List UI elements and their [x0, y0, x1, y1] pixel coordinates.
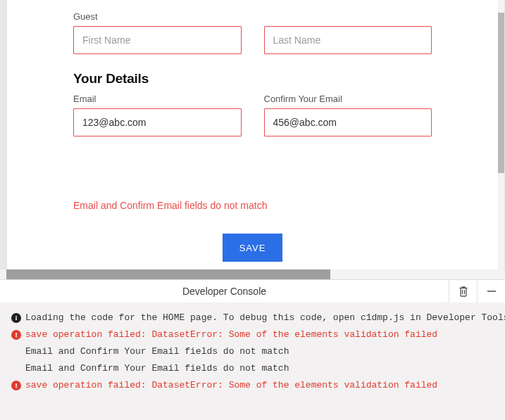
- log-text: Email and Confirm Your Email fields do n…: [25, 343, 289, 360]
- log-row-error: save operation failed: DatasetError: Som…: [11, 377, 494, 394]
- details-heading: Your Details: [73, 71, 432, 87]
- log-row-error: save operation failed: DatasetError: Som…: [11, 326, 494, 343]
- guest-last-field: [264, 11, 432, 54]
- log-text: Email and Confirm Your Email fields do n…: [25, 360, 289, 377]
- developer-console-panel: Developer Console: [0, 279, 505, 420]
- svg-rect-1: [15, 318, 17, 321]
- confirm-email-field-wrap: Confirm Your Email: [264, 94, 432, 136]
- save-wrap: SAVE: [73, 234, 432, 262]
- confirm-email-input[interactable]: [264, 108, 432, 136]
- error-icon: [11, 330, 21, 340]
- dev-console-body: Loading the code for the HOME page. To d…: [0, 303, 505, 420]
- vertical-scroll-thumb[interactable]: [498, 13, 504, 173]
- last-name-input[interactable]: [264, 26, 432, 54]
- save-button[interactable]: SAVE: [223, 234, 282, 262]
- svg-point-0: [15, 316, 17, 317]
- email-row: Email Confirm Your Email: [73, 94, 432, 136]
- error-icon: [11, 381, 21, 390]
- email-label: Email: [73, 94, 242, 104]
- form-scroll-area: Guest Your Details Email Confirm Your Em…: [6, 0, 499, 269]
- guest-label-spacer: [264, 11, 432, 22]
- minimize-icon: [487, 286, 497, 296]
- log-text: save operation failed: DatasetError: Som…: [25, 326, 437, 343]
- log-row-plain: Email and Confirm Your Email fields do n…: [11, 343, 494, 360]
- clear-console-button[interactable]: [449, 280, 477, 303]
- svg-rect-2: [15, 333, 17, 336]
- log-text: save operation failed: DatasetError: Som…: [25, 377, 437, 394]
- info-icon: [11, 313, 21, 323]
- confirm-email-label: Confirm Your Email: [264, 94, 432, 104]
- horizontal-scrollbar[interactable]: [0, 269, 505, 279]
- guest-label: Guest: [73, 11, 242, 22]
- dev-console-header: Developer Console: [0, 280, 505, 303]
- svg-rect-4: [15, 383, 17, 386]
- form-content: Guest Your Details Email Confirm Your Em…: [7, 0, 498, 269]
- trash-icon: [459, 286, 468, 297]
- guest-row: Guest: [73, 11, 432, 54]
- dev-console-title: Developer Console: [0, 280, 449, 303]
- first-name-input[interactable]: [73, 26, 242, 54]
- guest-first-field: Guest: [73, 11, 242, 54]
- log-text: Loading the code for the HOME page. To d…: [25, 310, 505, 326]
- email-field-wrap: Email: [73, 94, 242, 136]
- horizontal-scroll-thumb[interactable]: [6, 269, 330, 279]
- svg-point-5: [15, 387, 17, 388]
- validation-error-text: Email and Confirm Email fields do not ma…: [73, 200, 432, 211]
- email-input[interactable]: [73, 108, 242, 136]
- log-row-plain: Email and Confirm Your Email fields do n…: [11, 360, 494, 377]
- minimize-console-button[interactable]: [477, 280, 505, 303]
- svg-point-3: [15, 336, 17, 338]
- log-row-info: Loading the code for the HOME page. To d…: [11, 310, 494, 326]
